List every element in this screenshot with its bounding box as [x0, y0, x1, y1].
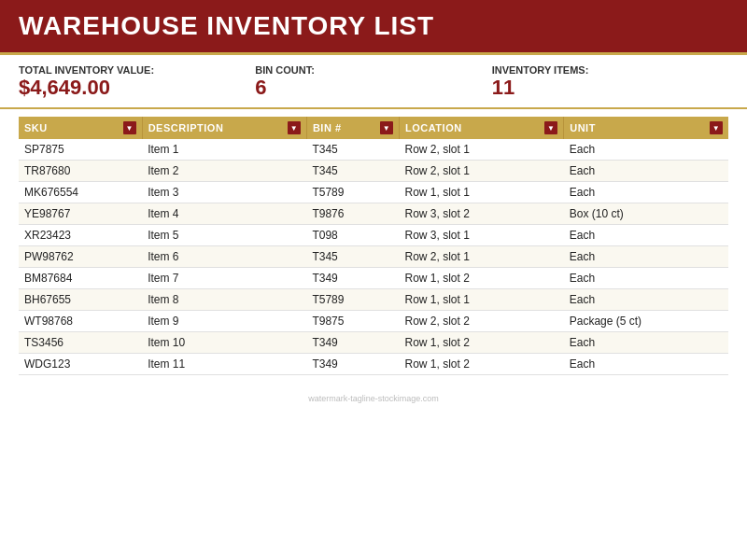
table-row: YE98767Item 4T9876Row 3, slot 2Box (10 c…: [19, 203, 728, 225]
cell-bin: T9876: [306, 203, 399, 225]
cell-unit: Box (10 ct): [564, 203, 728, 225]
cell-unit: Each: [564, 246, 728, 268]
table-row: WDG123Item 11T349Row 1, slot 2Each: [19, 354, 728, 375]
cell-sku: BM87684: [19, 268, 142, 289]
unit-dropdown-btn[interactable]: ▼: [710, 121, 723, 134]
cell-sku: TS3456: [19, 332, 142, 354]
cell-bin: T345: [306, 139, 399, 161]
cell-description: Item 11: [142, 354, 306, 375]
cell-unit: Each: [564, 182, 728, 203]
cell-unit: Package (5 ct): [564, 311, 728, 332]
col-sku-label: SKU: [24, 122, 48, 133]
cell-sku: WDG123: [19, 354, 142, 375]
desc-dropdown-btn[interactable]: ▼: [288, 121, 301, 134]
cell-unit: Each: [564, 225, 728, 246]
cell-location: Row 3, slot 1: [400, 225, 564, 246]
col-header-unit: UNIT ▼: [564, 117, 728, 139]
cell-bin: T349: [306, 354, 399, 375]
page-title: WAREHOUSE INVENTORY LIST: [19, 11, 728, 41]
col-header-bin: BIN # ▼: [306, 117, 399, 139]
cell-sku: SP7875: [19, 139, 142, 161]
cell-unit: Each: [564, 289, 728, 311]
total-inventory-section: TOTAL INVENTORY VALUE: $4,649.00: [19, 64, 255, 100]
inventory-table: SKU ▼ DESCRIPTION ▼ BIN # ▼: [19, 117, 728, 375]
cell-bin: T349: [306, 268, 399, 289]
cell-unit: Each: [564, 139, 728, 161]
total-inventory-label: TOTAL INVENTORY VALUE:: [19, 64, 255, 76]
col-loc-label: LOCATION: [405, 122, 462, 133]
cell-description: Item 4: [142, 203, 306, 225]
col-header-description: DESCRIPTION ▼: [142, 117, 306, 139]
page: WAREHOUSE INVENTORY LIST TOTAL INVENTORY…: [0, 0, 747, 560]
cell-location: Row 3, slot 2: [400, 203, 564, 225]
table-row: BH67655Item 8T5789Row 1, slot 1Each: [19, 289, 728, 311]
cell-sku: TR87680: [19, 161, 142, 182]
cell-sku: PW98762: [19, 246, 142, 268]
cell-description: Item 1: [142, 139, 306, 161]
cell-sku: BH67655: [19, 289, 142, 311]
watermark: watermark-tagline-stockimage.com: [0, 375, 747, 407]
total-inventory-value: $4,649.00: [19, 76, 255, 100]
cell-unit: Each: [564, 161, 728, 182]
bin-count-section: BIN COUNT: 6: [255, 64, 491, 100]
cell-bin: T098: [306, 225, 399, 246]
cell-location: Row 1, slot 2: [400, 354, 564, 375]
table-row: PW98762Item 6T345Row 2, slot 1Each: [19, 246, 728, 268]
col-bin-label: BIN #: [313, 122, 342, 133]
col-header-sku: SKU ▼: [19, 117, 142, 139]
bin-count-value: 6: [255, 76, 491, 100]
cell-bin: T345: [306, 161, 399, 182]
cell-description: Item 7: [142, 268, 306, 289]
cell-bin: T345: [306, 246, 399, 268]
cell-description: Item 8: [142, 289, 306, 311]
cell-sku: XR23423: [19, 225, 142, 246]
table-row: SP7875Item 1T345Row 2, slot 1Each: [19, 139, 728, 161]
cell-bin: T349: [306, 332, 399, 354]
table-row: XR23423Item 5T098Row 3, slot 1Each: [19, 225, 728, 246]
cell-location: Row 2, slot 1: [400, 139, 564, 161]
summary-bar: TOTAL INVENTORY VALUE: $4,649.00 BIN COU…: [0, 55, 747, 109]
table-row: BM87684Item 7T349Row 1, slot 2Each: [19, 268, 728, 289]
cell-description: Item 9: [142, 311, 306, 332]
sku-dropdown-btn[interactable]: ▼: [123, 121, 136, 134]
table-header-row: SKU ▼ DESCRIPTION ▼ BIN # ▼: [19, 117, 728, 139]
cell-location: Row 2, slot 1: [400, 246, 564, 268]
cell-description: Item 6: [142, 246, 306, 268]
cell-bin: T5789: [306, 182, 399, 203]
inventory-items-label: INVENTORY ITEMS:: [492, 64, 728, 76]
cell-unit: Each: [564, 332, 728, 354]
bin-count-label: BIN COUNT:: [255, 64, 491, 76]
inventory-items-value: 11: [492, 76, 728, 100]
cell-description: Item 5: [142, 225, 306, 246]
cell-location: Row 1, slot 2: [400, 332, 564, 354]
col-header-location: LOCATION ▼: [400, 117, 564, 139]
cell-description: Item 2: [142, 161, 306, 182]
cell-location: Row 2, slot 1: [400, 161, 564, 182]
inventory-items-section: INVENTORY ITEMS: 11: [492, 64, 728, 100]
cell-description: Item 10: [142, 332, 306, 354]
cell-unit: Each: [564, 354, 728, 375]
table-container: SKU ▼ DESCRIPTION ▼ BIN # ▼: [0, 109, 747, 375]
cell-bin: T5789: [306, 289, 399, 311]
cell-bin: T9875: [306, 311, 399, 332]
col-unit-label: UNIT: [570, 122, 596, 133]
cell-location: Row 2, slot 2: [400, 311, 564, 332]
loc-dropdown-btn[interactable]: ▼: [544, 121, 557, 134]
col-desc-label: DESCRIPTION: [148, 122, 224, 133]
header: WAREHOUSE INVENTORY LIST: [0, 0, 747, 55]
cell-sku: MK676554: [19, 182, 142, 203]
cell-unit: Each: [564, 268, 728, 289]
cell-location: Row 1, slot 2: [400, 268, 564, 289]
table-row: WT98768Item 9T9875Row 2, slot 2Package (…: [19, 311, 728, 332]
cell-sku: WT98768: [19, 311, 142, 332]
cell-description: Item 3: [142, 182, 306, 203]
cell-location: Row 1, slot 1: [400, 289, 564, 311]
bin-dropdown-btn[interactable]: ▼: [380, 121, 393, 134]
cell-sku: YE98767: [19, 203, 142, 225]
table-row: TR87680Item 2T345Row 2, slot 1Each: [19, 161, 728, 182]
table-row: MK676554Item 3T5789Row 1, slot 1Each: [19, 182, 728, 203]
table-row: TS3456Item 10T349Row 1, slot 2Each: [19, 332, 728, 354]
cell-location: Row 1, slot 1: [400, 182, 564, 203]
